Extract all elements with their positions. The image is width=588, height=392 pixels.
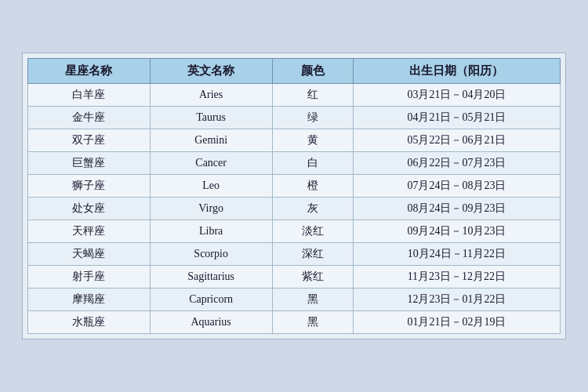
cell-chinese-name: 巨蟹座 — [28, 152, 151, 175]
cell-color: 淡红 — [272, 220, 353, 243]
cell-dates: 08月24日－09月23日 — [353, 198, 560, 220]
cell-chinese-name: 射手座 — [28, 266, 151, 289]
cell-chinese-name: 天蝎座 — [28, 243, 151, 266]
header-color: 颜色 — [272, 59, 353, 84]
cell-chinese-name: 水瓶座 — [28, 311, 151, 334]
cell-dates: 01月21日－02月19日 — [353, 311, 560, 334]
cell-english-name: Scorpio — [150, 243, 272, 266]
cell-chinese-name: 摩羯座 — [28, 289, 151, 311]
cell-dates: 05月22日－06月21日 — [353, 129, 560, 152]
cell-color: 绿 — [272, 107, 353, 129]
cell-chinese-name: 狮子座 — [28, 175, 151, 198]
cell-chinese-name: 金牛座 — [28, 107, 151, 129]
cell-dates: 07月24日－08月23日 — [353, 175, 560, 198]
cell-color: 红 — [272, 84, 353, 107]
header-dates: 出生日期（阳历） — [353, 59, 560, 84]
cell-english-name: Libra — [150, 220, 272, 243]
cell-dates: 03月21日－04月20日 — [353, 84, 560, 107]
cell-dates: 12月23日－01月22日 — [353, 289, 560, 311]
cell-dates: 06月22日－07月23日 — [353, 152, 560, 175]
cell-chinese-name: 双子座 — [28, 129, 151, 152]
cell-english-name: Leo — [150, 175, 272, 198]
table-row: 双子座Gemini黄05月22日－06月21日 — [28, 129, 561, 152]
zodiac-table-container: 星座名称 英文名称 颜色 出生日期（阳历） 白羊座Aries红03月21日－04… — [22, 53, 566, 339]
cell-color: 黑 — [272, 311, 353, 334]
zodiac-table: 星座名称 英文名称 颜色 出生日期（阳历） 白羊座Aries红03月21日－04… — [27, 58, 561, 334]
cell-color: 紫红 — [272, 266, 353, 289]
table-header-row: 星座名称 英文名称 颜色 出生日期（阳历） — [28, 59, 561, 84]
cell-english-name: Taurus — [150, 107, 272, 129]
table-row: 狮子座Leo橙07月24日－08月23日 — [28, 175, 561, 198]
cell-english-name: Gemini — [150, 129, 272, 152]
table-row: 白羊座Aries红03月21日－04月20日 — [28, 84, 561, 107]
cell-english-name: Cancer — [150, 152, 272, 175]
cell-english-name: Aries — [150, 84, 272, 107]
cell-color: 白 — [272, 152, 353, 175]
table-body: 白羊座Aries红03月21日－04月20日金牛座Taurus绿04月21日－0… — [28, 84, 561, 334]
cell-color: 灰 — [272, 198, 353, 220]
table-row: 天蝎座Scorpio深红10月24日－11月22日 — [28, 243, 561, 266]
cell-dates: 10月24日－11月22日 — [353, 243, 560, 266]
table-row: 金牛座Taurus绿04月21日－05月21日 — [28, 107, 561, 129]
header-chinese-name: 星座名称 — [28, 59, 151, 84]
header-english-name: 英文名称 — [150, 59, 272, 84]
cell-color: 黄 — [272, 129, 353, 152]
cell-chinese-name: 天秤座 — [28, 220, 151, 243]
cell-english-name: Sagittarius — [150, 266, 272, 289]
table-row: 天秤座Libra淡红09月24日－10月23日 — [28, 220, 561, 243]
cell-color: 黑 — [272, 289, 353, 311]
cell-english-name: Capricorn — [150, 289, 272, 311]
cell-chinese-name: 处女座 — [28, 198, 151, 220]
table-row: 巨蟹座Cancer白06月22日－07月23日 — [28, 152, 561, 175]
cell-dates: 09月24日－10月23日 — [353, 220, 560, 243]
table-row: 摩羯座Capricorn黑12月23日－01月22日 — [28, 289, 561, 311]
cell-english-name: Virgo — [150, 198, 272, 220]
cell-english-name: Aquarius — [150, 311, 272, 334]
cell-color: 深红 — [272, 243, 353, 266]
table-row: 处女座Virgo灰08月24日－09月23日 — [28, 198, 561, 220]
cell-dates: 04月21日－05月21日 — [353, 107, 560, 129]
cell-color: 橙 — [272, 175, 353, 198]
table-row: 射手座Sagittarius紫红11月23日－12月22日 — [28, 266, 561, 289]
cell-chinese-name: 白羊座 — [28, 84, 151, 107]
table-row: 水瓶座Aquarius黑01月21日－02月19日 — [28, 311, 561, 334]
cell-dates: 11月23日－12月22日 — [353, 266, 560, 289]
